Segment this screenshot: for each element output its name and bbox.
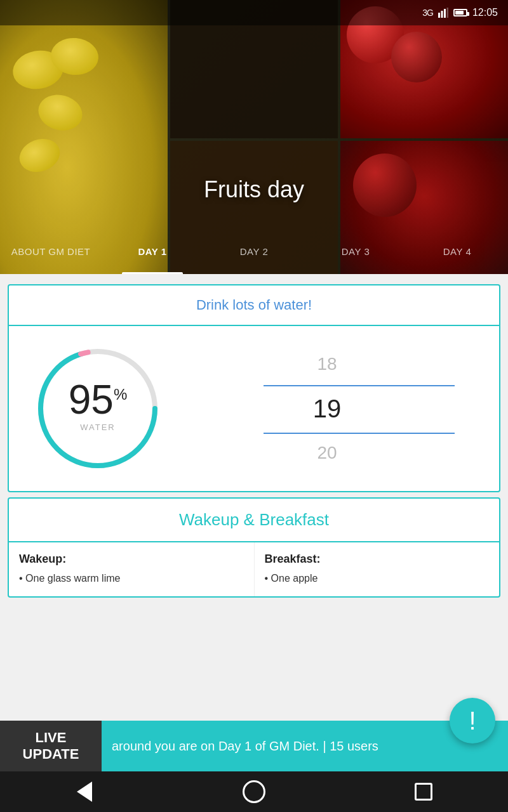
live-update-bar: LIVEUPDATE around you are on Day 1 of GM…: [0, 721, 508, 771]
svg-rect-0: [438, 13, 440, 18]
tab-day1[interactable]: DAY 1: [102, 228, 203, 274]
main-content: Drink lots of water! 95%: [0, 274, 508, 736]
tab-bar: ABOUT GM DIET DAY 1 DAY 2 DAY 3 DAY 4: [0, 228, 508, 274]
signal-icon: 3G: [422, 8, 433, 18]
meal-card: Wakeup & Breakfast Wakeup: • One glass w…: [8, 497, 500, 598]
picker-line-top: [264, 385, 455, 386]
water-card-header: Drink lots of water!: [9, 285, 499, 326]
recents-button[interactable]: [408, 776, 439, 807]
gauge-unit: %: [114, 386, 127, 403]
svg-rect-1: [441, 11, 443, 18]
gauge-text: 95% WATER: [69, 379, 128, 432]
tab-day4[interactable]: DAY 4: [406, 228, 508, 274]
picker-item-19: 19: [168, 386, 486, 431]
recents-icon: [415, 783, 432, 801]
meal-title-text: Wakeup & Breakfast: [179, 510, 329, 529]
water-tip-text: Drink lots of water!: [196, 297, 312, 313]
live-update-text: around you are on Day 1 of GM Diet. | 15…: [102, 721, 508, 771]
svg-rect-3: [446, 8, 448, 18]
water-card-body: 95% WATER 18 19 20: [9, 326, 499, 491]
clock: 12:05: [472, 7, 498, 18]
water-card: Drink lots of water! 95%: [8, 284, 500, 492]
svg-rect-2: [444, 9, 446, 18]
meal-card-header: Wakeup & Breakfast: [9, 499, 499, 542]
water-scroll-picker[interactable]: 18 19 20: [168, 339, 486, 478]
breakfast-title: Breakfast:: [265, 553, 490, 566]
meal-card-body: Wakeup: • One glass warm lime Breakfast:…: [9, 542, 499, 596]
picker-item-20: 20: [168, 431, 486, 475]
gauge-label: WATER: [69, 422, 128, 432]
back-button[interactable]: [69, 776, 100, 807]
gauge-value: 95%: [69, 379, 128, 420]
picker-item-18: 18: [168, 342, 486, 386]
home-button[interactable]: [239, 776, 269, 807]
tab-about[interactable]: ABOUT GM DIET: [0, 228, 102, 274]
battery-icon: [453, 9, 467, 16]
wakeup-text: • One glass warm lime: [19, 571, 244, 586]
hero-title: Fruits day: [0, 176, 508, 203]
breakfast-text: • One apple: [265, 571, 490, 586]
bottom-nav: [0, 771, 508, 812]
water-gauge[interactable]: 95% WATER: [28, 339, 168, 478]
live-update-label: LIVEUPDATE: [0, 721, 102, 771]
tab-day2[interactable]: DAY 2: [203, 228, 305, 274]
home-icon: [243, 780, 265, 803]
tab-day3[interactable]: DAY 3: [305, 228, 406, 274]
wakeup-title: Wakeup:: [19, 553, 244, 566]
fab-button[interactable]: !: [450, 698, 495, 743]
status-bar: 3G 12:05: [0, 0, 508, 25]
breakfast-column: Breakfast: • One apple: [255, 542, 500, 596]
back-icon: [77, 782, 92, 802]
picker-line-bottom: [264, 433, 455, 434]
wakeup-column: Wakeup: • One glass warm lime: [9, 542, 255, 596]
signal-bars-icon: [438, 8, 448, 18]
